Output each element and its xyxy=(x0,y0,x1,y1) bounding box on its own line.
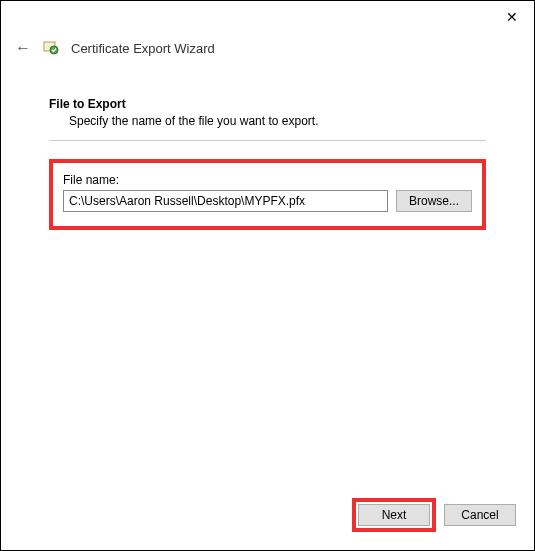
file-name-label: File name: xyxy=(63,173,472,187)
section-header: File to Export Specify the name of the f… xyxy=(1,67,534,128)
divider xyxy=(49,140,486,141)
close-icon[interactable]: ✕ xyxy=(502,9,522,25)
wizard-header: ← Certificate Export Wizard xyxy=(1,33,534,67)
back-arrow-icon[interactable]: ← xyxy=(15,39,31,57)
browse-button[interactable]: Browse... xyxy=(396,190,472,212)
titlebar: ✕ xyxy=(1,1,534,33)
next-button[interactable]: Next xyxy=(358,504,430,526)
file-export-highlight: File name: Browse... xyxy=(49,159,486,230)
next-highlight: Next xyxy=(352,498,436,532)
file-row: Browse... xyxy=(63,190,472,212)
file-name-input[interactable] xyxy=(63,190,388,212)
cancel-button[interactable]: Cancel xyxy=(444,504,516,526)
section-subtitle: Specify the name of the file you want to… xyxy=(49,114,486,128)
certificate-icon xyxy=(43,40,59,56)
wizard-footer: Next Cancel xyxy=(352,498,516,532)
section-title: File to Export xyxy=(49,97,486,111)
wizard-title: Certificate Export Wizard xyxy=(71,41,215,56)
